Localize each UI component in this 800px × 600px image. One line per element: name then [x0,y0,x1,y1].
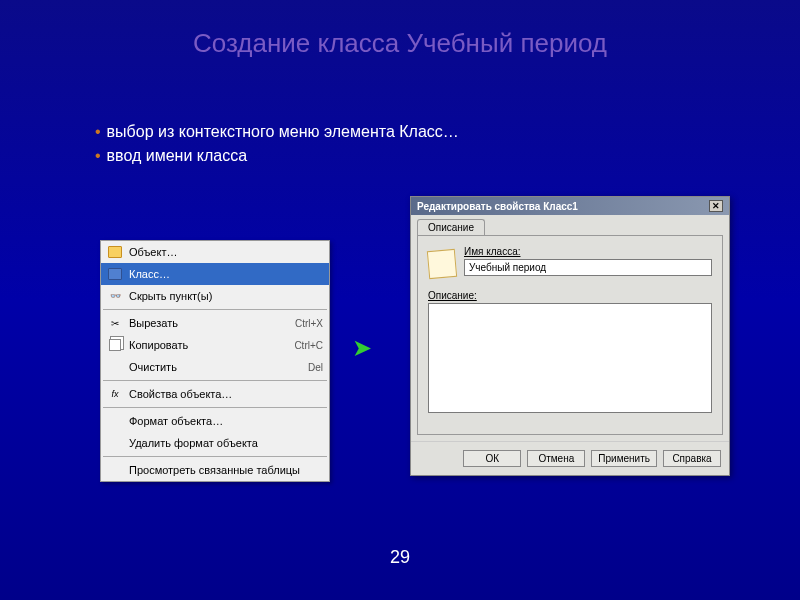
glasses-icon [107,288,123,304]
dialog-body: Имя класса: Описание: [417,235,723,435]
bullet-item: •выбор из контекстного меню элемента Кла… [95,120,459,144]
blank-icon [107,359,123,375]
menu-separator [103,407,327,408]
cancel-button[interactable]: Отмена [527,450,585,467]
menu-item-class[interactable]: Класс… [101,263,329,285]
menu-item-props[interactable]: Свойства объекта… [101,383,329,405]
menu-separator [103,456,327,457]
menu-item-clear[interactable]: Очистить Del [101,356,329,378]
tab-description[interactable]: Описание [417,219,485,235]
menu-separator [103,309,327,310]
document-icon [427,249,457,279]
menu-label: Свойства объекта… [129,388,323,400]
copy-icon [107,337,123,353]
description-textarea[interactable] [428,303,712,413]
context-menu: Объект… Класс… Скрыть пункт(ы) Вырезать … [100,240,330,482]
description-label: Описание: [428,290,712,301]
class-name-input[interactable] [464,259,712,276]
menu-label: Копировать [129,339,294,351]
menu-label: Вырезать [129,317,295,329]
help-button[interactable]: Справка [663,450,721,467]
menu-item-copy[interactable]: Копировать Ctrl+C [101,334,329,356]
menu-label: Скрыть пункт(ы) [129,290,323,302]
bullet-text: ввод имени класса [107,147,248,164]
menu-label: Класс… [129,268,323,280]
bullet-text: выбор из контекстного меню элемента Клас… [107,123,459,140]
dialog-title: Редактировать свойства Класс1 [417,201,578,212]
folder-icon [107,244,123,260]
dialog-tabs: Описание [411,215,729,235]
dialog-buttons: ОК Отмена Применить Справка [411,441,729,475]
blank-icon [107,435,123,451]
blank-icon [107,462,123,478]
menu-item-cut[interactable]: Вырезать Ctrl+X [101,312,329,334]
menu-item-hide[interactable]: Скрыть пункт(ы) [101,285,329,307]
menu-label: Удалить формат объекта [129,437,323,449]
dialog-titlebar[interactable]: Редактировать свойства Класс1 ✕ [411,197,729,215]
bullet-list: •выбор из контекстного меню элемента Кла… [95,120,459,168]
ok-button[interactable]: ОК [463,450,521,467]
menu-label: Формат объекта… [129,415,323,427]
bullet-item: •ввод имени класса [95,144,459,168]
slide-title: Создание класса Учебный период [0,0,800,59]
close-button[interactable]: ✕ [709,200,723,212]
apply-button[interactable]: Применить [591,450,657,467]
menu-shortcut: Ctrl+C [294,340,323,351]
blank-icon [107,413,123,429]
menu-item-object[interactable]: Объект… [101,241,329,263]
fx-icon [107,386,123,402]
name-label: Имя класса: [464,246,712,257]
arrow-icon: ➤ [352,334,372,362]
menu-separator [103,380,327,381]
menu-item-format[interactable]: Формат объекта… [101,410,329,432]
menu-label: Просмотреть связанные таблицы [129,464,323,476]
menu-item-delformat[interactable]: Удалить формат объекта [101,432,329,454]
menu-label: Очистить [129,361,308,373]
folder-icon [107,266,123,282]
scissors-icon [107,315,123,331]
properties-dialog: Редактировать свойства Класс1 ✕ Описание… [410,196,730,476]
menu-label: Объект… [129,246,323,258]
menu-shortcut: Del [308,362,323,373]
page-number: 29 [390,547,410,568]
menu-shortcut: Ctrl+X [295,318,323,329]
menu-item-related[interactable]: Просмотреть связанные таблицы [101,459,329,481]
